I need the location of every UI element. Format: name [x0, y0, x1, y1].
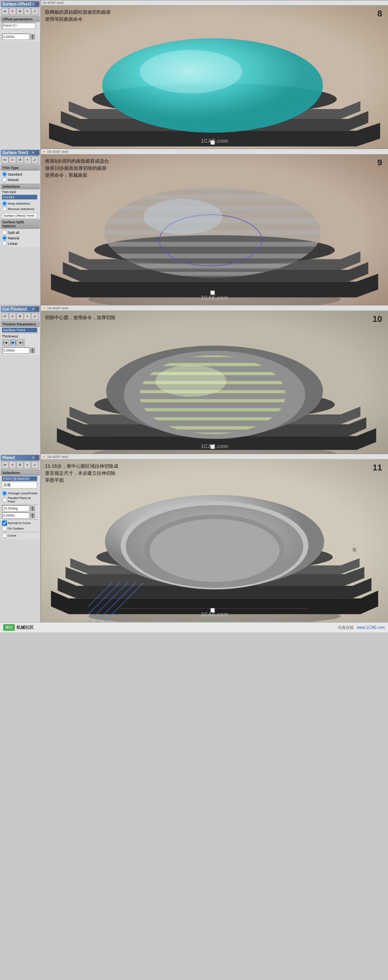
sidebar-close-icon-9[interactable]: ×: [36, 151, 38, 155]
annotation-10: 切除中心圆，使用命令，加厚切除: [45, 314, 115, 321]
through-lines-radio[interactable]: [2, 491, 7, 496]
radio-splitall-label: Split all: [8, 231, 19, 235]
nav-add-icon-10[interactable]: +: [24, 313, 31, 320]
deg-input[interactable]: [2, 505, 29, 512]
curve-radio[interactable]: [2, 533, 7, 538]
nav-expand-icon-11[interactable]: ⤢: [31, 461, 38, 468]
thickness-left-icon[interactable]: |◄: [2, 339, 9, 346]
nav-x-icon-10[interactable]: ✕: [9, 313, 16, 320]
curve-row-11: Curve: [2, 533, 38, 538]
sidebar-question-icon-8[interactable]: ?: [32, 2, 34, 6]
nav-rebuild-icon-9[interactable]: ↺: [16, 156, 23, 163]
nav-pencil-icon-11[interactable]: ✏: [2, 461, 9, 468]
radio-mutual-input[interactable]: [2, 177, 7, 182]
panel-10: Cut-Thicken1 ? × ✏ ✕ ↺ + ⤢ Thicken Param…: [0, 305, 388, 454]
selections-group-9: Selections Trim tool: Curve1 Keep select…: [1, 184, 40, 219]
offset-value-input[interactable]: [2, 34, 29, 40]
vp-icon-11: ★: [42, 454, 46, 459]
nav-rebuild-icon-11[interactable]: ↺: [16, 461, 23, 468]
radio-keep-input[interactable]: [2, 201, 7, 206]
sidebar-close-icon-8[interactable]: ×: [36, 2, 38, 6]
thickness-input[interactable]: [2, 347, 29, 354]
nav-x-icon-11[interactable]: ✕: [9, 461, 16, 468]
viewport-11: ★ 18-40SF rev0 11-16步，将中心圆区域拉伸切除成 形至规定尺寸…: [41, 454, 388, 622]
offset-params-group: Offset parameters Face<1> ▲ ▼: [1, 16, 40, 41]
sidebar-question-11[interactable]: ?: [32, 456, 34, 460]
nav-expand-icon-9[interactable]: ⤢: [31, 156, 38, 163]
selections-content-11: Point7@Sketch3 右视: [1, 476, 40, 489]
nav-rebuild-icon[interactable]: ↺: [16, 8, 23, 15]
scene11-svg: 右: [41, 467, 388, 622]
sidebar-11: Plane2 ? × ✏ ✕ ↺ + ⤢ Selections Point7@S…: [0, 454, 41, 622]
annotation-8: 取阀板的原始圆柱面做切割曲面 使用等距曲面命令: [45, 9, 111, 23]
nav-rebuild-icon-10[interactable]: ↺: [16, 313, 23, 320]
nav-pencil-icon[interactable]: ✏: [2, 8, 9, 15]
nav-expand-icon[interactable]: ⤢: [31, 8, 38, 15]
surface-trim-selected[interactable]: Surface-Trim1: [2, 328, 37, 332]
nav-add-icon-9[interactable]: +: [24, 156, 31, 163]
offset-trim-item[interactable]: Surface-Offset2-Trim0: [2, 213, 37, 218]
sidebar-nav-9: ✏ ✕ ↺ + ⤢: [1, 156, 40, 165]
sidebar-question-10[interactable]: ?: [32, 307, 34, 311]
nav-pencil-icon-10[interactable]: ✏: [2, 313, 9, 320]
in-input[interactable]: [2, 512, 29, 519]
viewport-8: 18-40SF rev0 取阀板的原始圆柱面做切割曲面 使用等距曲面命令 8: [41, 0, 388, 149]
radio-linear-input[interactable]: [2, 241, 7, 246]
spin-up-8[interactable]: ▲: [30, 34, 35, 37]
face-input-8[interactable]: Face<1>: [2, 23, 35, 29]
radio-remove-input[interactable]: [2, 206, 7, 212]
sidebar-title-9: Surface-Trim1 ? ×: [1, 150, 40, 156]
trim-type-content: Standard Mutual: [1, 171, 40, 183]
spin-up-in[interactable]: ▲: [30, 513, 35, 515]
trim-type-group: Trim Type Standard Mutual: [1, 165, 40, 183]
nav-add-icon[interactable]: +: [24, 8, 31, 15]
thicken-group: Thicken Parameters Surface-Trim1 Thickne…: [1, 321, 40, 355]
thickness-spinner: ▲ ▼: [30, 348, 35, 353]
radio-keep-label: Keep selections: [8, 202, 30, 205]
vp-label-11: 18-40SF rev0: [47, 455, 69, 459]
spin-down-in[interactable]: ▼: [30, 515, 35, 518]
curve1-selected[interactable]: Curve1: [2, 195, 37, 199]
wechat-icon: 微信: [3, 624, 15, 631]
on-surface-checkbox[interactable]: [2, 526, 7, 531]
annotation-line1-11: 11-16步，将中心圆区域拉伸切除成: [45, 463, 118, 470]
radio-mutual-label: Mutual: [8, 178, 18, 182]
sidebar-8: Surface-Offset2 ? × ✏ ✕ ↺ + ⤢ Offset par…: [0, 0, 41, 149]
spin-up-deg[interactable]: ▲: [30, 506, 35, 508]
parallel-plane-radio[interactable]: [2, 497, 7, 503]
spin-down-deg[interactable]: ▼: [30, 508, 35, 511]
radio-splitall-input[interactable]: [2, 230, 7, 235]
right-label-11: 右: [352, 547, 357, 552]
sidebar-nav-10: ✏ ✕ ↺ + ⤢: [1, 312, 40, 321]
sidebar-9: Surface-Trim1 ? × ✏ ✕ ↺ + ⤢ Trim Type St…: [0, 149, 41, 305]
deg-spinner: ▲ ▼: [30, 506, 35, 511]
thickness-right-icon[interactable]: ►|: [18, 339, 25, 346]
scene-9: 将第8步得到的曲面裁剪成适合 做第10步曲面加厚切除的曲面 使用命令：剪裁曲面 …: [41, 154, 388, 305]
curve-label: Curve: [8, 534, 16, 537]
trim-type-header: Trim Type: [1, 165, 40, 171]
point-sketch-selected[interactable]: Point7@Sketch3: [2, 476, 37, 481]
spin-down-8[interactable]: ▼: [30, 37, 35, 39]
offset-spinner: ▲ ▼: [30, 34, 35, 39]
nav-expand-icon-10[interactable]: ⤢: [31, 313, 38, 320]
community-label: 机械社区: [16, 625, 34, 630]
radio-natural-input[interactable]: [2, 235, 7, 241]
nav-x-icon-9[interactable]: ✕: [9, 156, 16, 163]
sidebar-question-icon-9[interactable]: ?: [32, 151, 34, 155]
sidebar-close-icon-11[interactable]: ×: [36, 456, 38, 460]
nav-add-icon-11[interactable]: +: [24, 461, 31, 468]
normal-curve-checkbox[interactable]: [2, 521, 7, 526]
spin-down-10[interactable]: ▼: [30, 350, 35, 353]
panel-8: Surface-Offset2 ? × ✏ ✕ ↺ + ⤢ Offset par…: [0, 0, 388, 149]
radio-standard-input[interactable]: [2, 172, 7, 177]
vp-label-8: 18-40SF rev0: [42, 1, 64, 5]
nav-pencil-icon-9[interactable]: ✏: [2, 156, 9, 163]
spin-up-10[interactable]: ▲: [30, 348, 35, 350]
right-view-item[interactable]: 右视: [2, 482, 37, 488]
sidebar-close-icon-10[interactable]: ×: [36, 307, 38, 311]
nav-x-icon[interactable]: ✕: [9, 8, 16, 15]
scene-11: 11-16步，将中心圆区域拉伸切除成 形至规定尺寸，本步建立拉伸切除 草图平面 …: [41, 459, 388, 622]
on-surface-label: On Surface: [8, 527, 23, 530]
panel-number-8: 8: [377, 9, 382, 19]
thickness-center-icon[interactable]: |►|: [10, 339, 17, 346]
